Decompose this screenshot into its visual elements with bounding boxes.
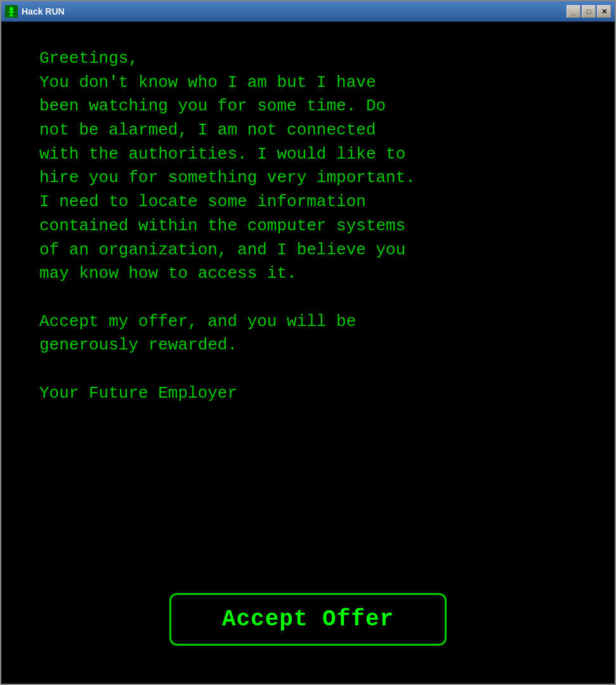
window-title: Hack RUN (22, 6, 563, 16)
window-controls: _ □ ✕ (567, 5, 611, 18)
message-text: Greetings, You don't know who I am but I… (39, 47, 577, 405)
title-bar: Hack RUN _ □ ✕ (1, 1, 615, 22)
close-button[interactable]: ✕ (597, 5, 611, 18)
accept-offer-button[interactable]: Accept Offer (169, 593, 447, 646)
app-window: Hack RUN _ □ ✕ Greetings, You don't know… (0, 0, 616, 685)
svg-point-1 (10, 7, 13, 11)
button-area: Accept Offer (39, 574, 577, 658)
minimize-button[interactable]: _ (567, 5, 580, 18)
message-body: You don't know who I am but I have been … (39, 73, 416, 403)
message-area: Greetings, You don't know who I am but I… (39, 47, 577, 574)
greeting: Greetings, (39, 49, 138, 68)
app-icon (5, 5, 18, 18)
main-content: Greetings, You don't know who I am but I… (1, 22, 615, 684)
maximize-button[interactable]: □ (582, 5, 596, 18)
